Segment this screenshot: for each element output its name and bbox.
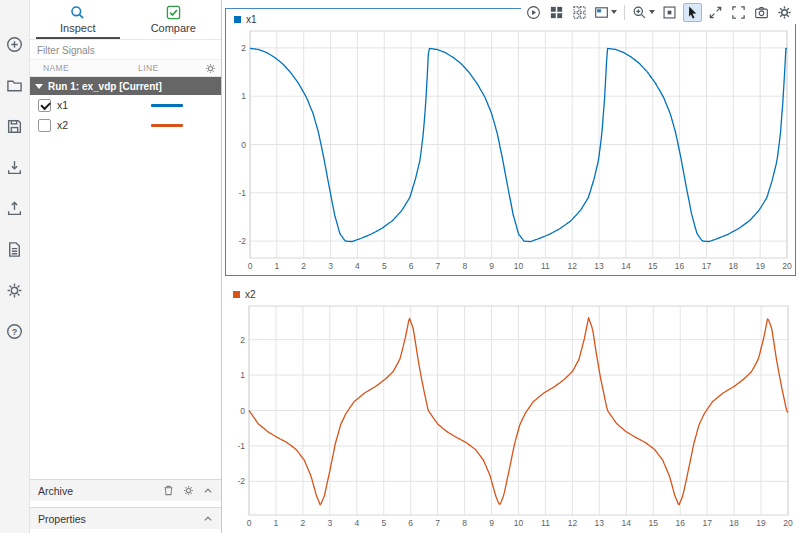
chevron-up-icon <box>203 486 213 496</box>
panel-bottom-gap <box>30 529 221 533</box>
filter-signals-input[interactable] <box>37 45 214 56</box>
snapshot-button[interactable] <box>752 3 771 22</box>
help-button[interactable]: ? <box>5 321 25 341</box>
cursor-tool-button[interactable] <box>683 3 702 22</box>
column-name-header: NAME <box>30 63 138 73</box>
signal-row-x1[interactable]: x1 <box>30 95 221 115</box>
svg-text:9: 9 <box>489 261 494 271</box>
open-button[interactable] <box>5 75 25 95</box>
table-settings-button[interactable] <box>205 63 216 74</box>
x2-plot[interactable]: 01234567891011121314151617181920-2-1012 <box>225 302 794 530</box>
cursor-icon <box>685 5 700 20</box>
archive-settings-button[interactable] <box>183 485 194 496</box>
layout-edit-button[interactable] <box>570 3 589 22</box>
fit-to-view-button[interactable] <box>660 3 679 22</box>
plot-settings-button[interactable] <box>775 3 794 22</box>
signal-line-swatch[interactable] <box>151 104 183 107</box>
tab-compare[interactable]: Compare <box>126 0 222 39</box>
signal-browser-panel: Inspect Compare NAME LINE Run 1: ex_vdp … <box>30 0 222 533</box>
svg-text:9: 9 <box>489 518 494 528</box>
layout-grid-icon <box>549 5 564 20</box>
save-button[interactable] <box>5 116 25 136</box>
signal-name: x1 <box>57 99 121 111</box>
svg-text:7: 7 <box>435 518 440 528</box>
svg-text:-2: -2 <box>237 476 245 486</box>
signal-checkbox-x2[interactable] <box>38 119 51 132</box>
legend-x2[interactable]: x2 <box>225 284 796 302</box>
run-group-row[interactable]: Run 1: ex_vdp [Current] <box>30 77 221 95</box>
open-folder-icon <box>6 77 23 94</box>
svg-text:2: 2 <box>240 335 245 345</box>
subplot-x1[interactable]: x1 01234567891011121314151617181920-2-10… <box>225 8 796 276</box>
svg-text:6: 6 <box>408 518 413 528</box>
svg-text:20: 20 <box>783 518 793 528</box>
properties-collapse-button[interactable] <box>203 514 213 524</box>
svg-text:-2: -2 <box>238 236 246 246</box>
fullscreen-button[interactable] <box>729 3 748 22</box>
svg-text:1: 1 <box>274 518 279 528</box>
fit-to-view-icon <box>662 5 677 20</box>
expand-arrows-icon <box>708 5 723 20</box>
green-check-icon <box>166 5 181 20</box>
svg-text:3: 3 <box>327 518 332 528</box>
legend-label: x1 <box>246 14 257 25</box>
svg-text:2: 2 <box>301 261 306 271</box>
tab-inspect[interactable]: Inspect <box>30 0 126 39</box>
expand-arrows-button[interactable] <box>706 3 725 22</box>
settings-gear-icon <box>777 5 792 20</box>
svg-text:0: 0 <box>241 140 246 150</box>
toolbar-divider <box>624 5 625 20</box>
chevron-down-icon <box>611 10 617 14</box>
properties-bar[interactable]: Properties <box>30 507 221 529</box>
svg-text:-1: -1 <box>237 441 245 451</box>
report-icon <box>6 241 23 258</box>
svg-text:18: 18 <box>729 261 739 271</box>
svg-text:13: 13 <box>595 518 605 528</box>
preferences-button[interactable] <box>5 280 25 300</box>
add-button[interactable] <box>5 34 25 54</box>
svg-text:2: 2 <box>241 43 246 53</box>
signal-row-x2[interactable]: x2 <box>30 115 221 135</box>
import-button[interactable] <box>5 157 25 177</box>
run-label: Run 1: ex_vdp [Current] <box>48 81 162 92</box>
subplot-x2[interactable]: x2 01234567891011121314151617181920-2-10… <box>225 284 796 530</box>
svg-text:8: 8 <box>462 261 467 271</box>
help-icon: ? <box>6 323 23 340</box>
svg-text:1: 1 <box>241 91 246 101</box>
tab-compare-label: Compare <box>151 22 196 34</box>
svg-text:12: 12 <box>568 518 578 528</box>
svg-text:8: 8 <box>462 518 467 528</box>
archive-collapse-button[interactable] <box>203 486 213 496</box>
zoom-dropdown[interactable] <box>631 3 656 22</box>
search-icon <box>70 5 85 20</box>
archive-delete-button[interactable] <box>163 485 174 496</box>
run-button[interactable] <box>524 3 543 22</box>
signal-line-swatch[interactable] <box>151 124 183 127</box>
svg-text:-1: -1 <box>238 188 246 198</box>
display-options-dropdown[interactable] <box>593 3 618 22</box>
legend-label: x2 <box>245 289 256 300</box>
svg-text:5: 5 <box>382 261 387 271</box>
export-button[interactable] <box>5 198 25 218</box>
svg-text:6: 6 <box>409 261 414 271</box>
svg-text:10: 10 <box>514 518 524 528</box>
svg-text:14: 14 <box>622 518 632 528</box>
signal-name: x2 <box>57 119 121 131</box>
run-icon <box>526 5 541 20</box>
layout-grid-button[interactable] <box>547 3 566 22</box>
legend-color-swatch <box>234 16 241 23</box>
chevron-up-icon <box>203 514 213 524</box>
svg-text:17: 17 <box>702 518 712 528</box>
archive-label: Archive <box>38 485 73 497</box>
plot-area: x1 01234567891011121314151617181920-2-10… <box>222 0 800 533</box>
report-button[interactable] <box>5 239 25 259</box>
svg-text:7: 7 <box>436 261 441 271</box>
svg-text:3: 3 <box>328 261 333 271</box>
signal-table-header: NAME LINE <box>30 60 221 77</box>
signal-checkbox-x1[interactable] <box>38 99 51 112</box>
gear-icon <box>183 485 194 496</box>
archive-bar[interactable]: Archive <box>30 479 221 501</box>
x1-plot[interactable]: 01234567891011121314151617181920-2-1012 <box>226 27 793 273</box>
add-icon <box>6 36 23 53</box>
zoom-in-icon <box>632 5 647 20</box>
